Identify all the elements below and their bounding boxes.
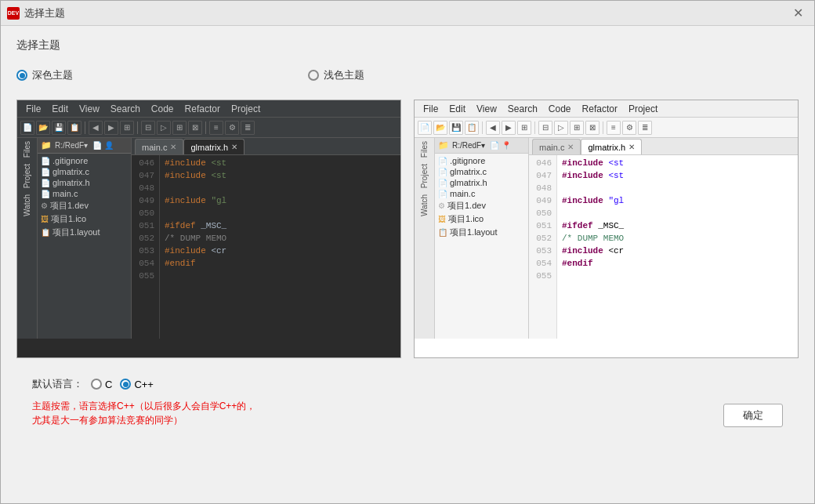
language-section: 默认语言： C C++ bbox=[32, 377, 783, 391]
menu-file-light[interactable]: File bbox=[418, 102, 444, 116]
dark-file-list: 📄.gitignore 📄glmatrix.c 📄glmatrix.h 📄mai… bbox=[38, 154, 131, 241]
confirm-button[interactable]: 确定 bbox=[723, 404, 783, 427]
menu-code-dark[interactable]: Code bbox=[146, 102, 179, 116]
light-theme-option[interactable]: 浅色主题 bbox=[308, 68, 364, 82]
dark-code-view: 046 047 048 049 050 051 052 053 054 055 bbox=[132, 155, 400, 339]
file-item[interactable]: 📄main.c bbox=[435, 188, 528, 199]
toolbar-btn-l14[interactable]: ≣ bbox=[638, 121, 652, 135]
menu-project-light[interactable]: Project bbox=[623, 102, 663, 116]
toolbar-btn-l12[interactable]: ≡ bbox=[607, 121, 621, 135]
toolbar-btn-l4[interactable]: 📋 bbox=[465, 121, 479, 135]
bottom-section: 默认语言： C C++ 主题按需，语言选择C++（以后很多人会自学C++的， 尤… bbox=[16, 368, 799, 437]
toolbar-btn-8[interactable]: ⊟ bbox=[141, 121, 155, 135]
file-item[interactable]: 📄.gitignore bbox=[435, 155, 528, 166]
toolbar-btn-l6[interactable]: ▶ bbox=[502, 121, 516, 135]
toolbar-btn-l8[interactable]: ⊟ bbox=[538, 121, 552, 135]
menu-file-dark[interactable]: File bbox=[20, 102, 46, 116]
light-theme-preview: File Edit View Search Code Refactor Proj… bbox=[414, 100, 799, 358]
file-icon: 📄 bbox=[438, 168, 447, 176]
toolbar-btn-5[interactable]: ◀ bbox=[89, 121, 103, 135]
file-item[interactable]: 📄main.c bbox=[38, 188, 131, 199]
toolbar-btn-10[interactable]: ⊞ bbox=[172, 121, 187, 135]
tab-main-c-light[interactable]: main.c ✕ bbox=[532, 139, 581, 154]
toolbar-btn-9[interactable]: ▷ bbox=[157, 121, 171, 135]
file-icon: 📄 bbox=[438, 190, 447, 198]
toolbar-btn-l9[interactable]: ▷ bbox=[554, 121, 568, 135]
menu-view-light[interactable]: View bbox=[471, 102, 502, 116]
sidebar-tab-watch-light[interactable]: Watch bbox=[418, 191, 430, 219]
file-item[interactable]: 📄glmatrix.c bbox=[38, 166, 131, 177]
light-code-view: 046 047 048 049 050 051 052 053 054 055 bbox=[529, 155, 798, 339]
toolbar-btn-13[interactable]: ⚙ bbox=[225, 121, 239, 135]
file-item[interactable]: 📄glmatrix.h bbox=[38, 177, 131, 188]
dark-file-panel: 📁 R:/RedF▾ 📄 👤 📄.gitignore 📄glmatrix.c 📄… bbox=[38, 138, 132, 339]
file-item[interactable]: ⚙项目1.dev bbox=[435, 199, 528, 212]
file-icon: 📄 bbox=[41, 190, 50, 198]
toolbar-btn-l11[interactable]: ⊠ bbox=[585, 121, 599, 135]
menu-refactor-dark[interactable]: Refactor bbox=[179, 102, 226, 116]
note-line2: 尤其是大一有参加算法竞赛的同学） bbox=[32, 413, 255, 427]
sidebar-tab-files-dark[interactable]: Files bbox=[21, 138, 33, 161]
sidebar-tab-project-light[interactable]: Project bbox=[418, 161, 430, 191]
menu-refactor-light[interactable]: Refactor bbox=[577, 102, 623, 116]
file-item[interactable]: 🖼项目1.ico bbox=[38, 212, 131, 226]
toolbar-btn-l1[interactable]: 📄 bbox=[418, 121, 432, 135]
toolbar-btn-12[interactable]: ≡ bbox=[209, 121, 223, 135]
menu-search-dark[interactable]: Search bbox=[105, 102, 146, 116]
tab-close-dark-2[interactable]: ✕ bbox=[231, 143, 237, 151]
light-file-panel: 📁 R:/RedF▾ 📄 📍 📄.gitignore 📄glmatrix.c 📄… bbox=[435, 138, 529, 339]
dark-editor-tabs: main.c ✕ glmatrix.h ✕ bbox=[132, 138, 400, 155]
toolbar-btn-l3[interactable]: 💾 bbox=[449, 121, 463, 135]
menu-code-light[interactable]: Code bbox=[543, 102, 577, 116]
folder-icon-light: 📁 bbox=[438, 140, 449, 150]
toolbar-sep-l3 bbox=[603, 121, 603, 134]
note-text: 主题按需，语言选择C++（以后很多人会自学C++的， 尤其是大一有参加算法竞赛的… bbox=[32, 399, 255, 427]
close-icon[interactable]: ✕ bbox=[788, 4, 808, 22]
lang-cpp-option[interactable]: C++ bbox=[120, 379, 154, 390]
light-path-icons: 📄 📍 bbox=[490, 141, 511, 150]
menu-view-dark[interactable]: View bbox=[74, 102, 105, 116]
toolbar-btn-1[interactable]: 📄 bbox=[20, 121, 34, 135]
lang-c-radio[interactable] bbox=[91, 379, 102, 390]
dark-theme-option[interactable]: 深色主题 bbox=[16, 68, 73, 82]
tab-glmatrix-h-light[interactable]: glmatrix.h ✕ bbox=[581, 139, 642, 154]
toolbar-btn-l10[interactable]: ⊞ bbox=[570, 121, 584, 135]
file-item[interactable]: 📋项目1.layout bbox=[435, 226, 528, 239]
light-theme-radio[interactable] bbox=[308, 70, 319, 81]
toolbar-btn-6[interactable]: ▶ bbox=[104, 121, 118, 135]
file-item[interactable]: 📄glmatrix.c bbox=[435, 166, 528, 177]
file-icon: 📋 bbox=[41, 228, 50, 237]
tab-close-light-1[interactable]: ✕ bbox=[567, 143, 574, 151]
menu-edit-dark[interactable]: Edit bbox=[46, 102, 74, 116]
toolbar-btn-l13[interactable]: ⚙ bbox=[622, 121, 636, 135]
sidebar-tab-project-dark[interactable]: Project bbox=[21, 161, 33, 191]
sidebar-tab-watch-dark[interactable]: Watch bbox=[21, 191, 33, 219]
file-item[interactable]: 📋项目1.layout bbox=[38, 226, 131, 239]
toolbar-btn-3[interactable]: 💾 bbox=[52, 121, 66, 135]
file-icon: 📄 bbox=[438, 157, 447, 165]
toolbar-btn-11[interactable]: ⊠ bbox=[188, 121, 202, 135]
dark-main: Files Project Watch 📁 R:/RedF▾ 📄 👤 📄.git… bbox=[17, 138, 400, 339]
toolbar-btn-7[interactable]: ⊞ bbox=[120, 121, 134, 135]
lang-cpp-radio[interactable] bbox=[120, 379, 131, 390]
tab-close-light-2[interactable]: ✕ bbox=[628, 143, 635, 151]
menu-search-light[interactable]: Search bbox=[502, 102, 543, 116]
tab-glmatrix-h-dark[interactable]: glmatrix.h ✕ bbox=[183, 139, 244, 154]
menu-edit-light[interactable]: Edit bbox=[444, 102, 471, 116]
toolbar-btn-l5[interactable]: ◀ bbox=[486, 121, 500, 135]
file-item[interactable]: ⚙项目1.dev bbox=[38, 199, 131, 212]
toolbar-btn-l2[interactable]: 📂 bbox=[433, 121, 447, 135]
file-item[interactable]: 📄.gitignore bbox=[38, 155, 131, 166]
menu-project-dark[interactable]: Project bbox=[226, 102, 266, 116]
file-item[interactable]: 🖼项目1.ico bbox=[435, 212, 528, 226]
lang-c-option[interactable]: C bbox=[91, 379, 112, 390]
toolbar-btn-4[interactable]: 📋 bbox=[67, 121, 82, 135]
tab-close-dark-1[interactable]: ✕ bbox=[170, 143, 176, 151]
toolbar-btn-2[interactable]: 📂 bbox=[36, 121, 50, 135]
sidebar-tab-files-light[interactable]: Files bbox=[418, 138, 430, 161]
file-item[interactable]: 📄glmatrix.h bbox=[435, 177, 528, 188]
tab-main-c-dark[interactable]: main.c ✕ bbox=[135, 139, 183, 154]
dark-theme-radio[interactable] bbox=[16, 70, 27, 81]
toolbar-btn-14[interactable]: ≣ bbox=[241, 121, 255, 135]
toolbar-btn-l7[interactable]: ⊞ bbox=[517, 121, 531, 135]
